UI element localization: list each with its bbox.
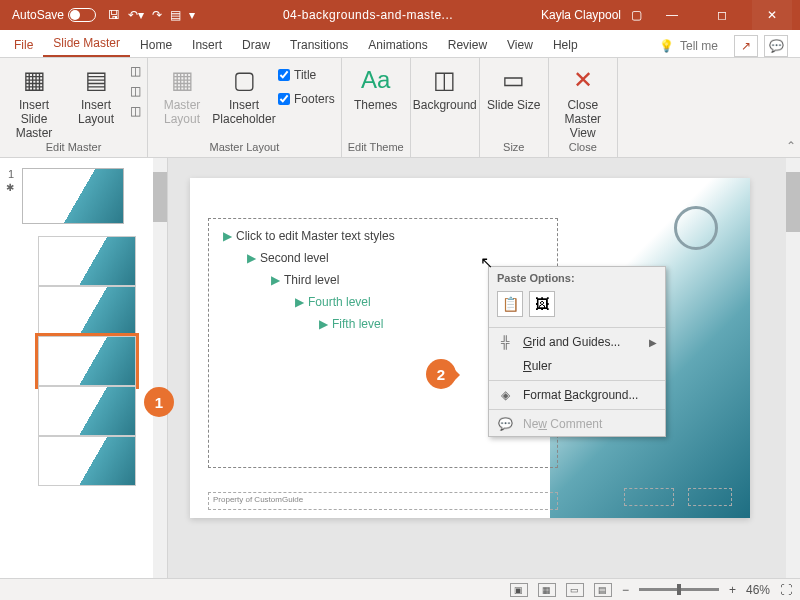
menu-label: Format Background... [523, 388, 638, 402]
slide-size-button[interactable]: ▭ Slide Size [486, 62, 542, 112]
btn-label: Master Layout [154, 98, 210, 126]
fit-to-window-button[interactable]: ⛶ [780, 583, 792, 597]
btn-label: Slide Size [487, 98, 540, 112]
group-label: Master Layout [154, 141, 335, 155]
btn-label: Insert Layout [68, 98, 124, 126]
group-label: Size [486, 141, 542, 155]
paste-picture-icon[interactable]: 🖼 [529, 291, 555, 317]
background-icon: ◫ [429, 64, 461, 96]
background-button[interactable]: ◫ Background [417, 62, 473, 112]
reading-view-button[interactable]: ▭ [566, 583, 584, 597]
group-close: ✕ Close Master View Close [549, 58, 618, 157]
group-label: Edit Master [6, 141, 141, 155]
user-name[interactable]: Kayla Claypool [541, 8, 621, 22]
slide-master-icon: ▦ [18, 64, 50, 96]
annotation-callout-1: 1 [144, 387, 174, 417]
submenu-arrow-icon: ▶ [649, 337, 657, 348]
tab-home[interactable]: Home [130, 33, 182, 57]
save-icon[interactable]: 🖫 [108, 8, 120, 22]
tab-transitions[interactable]: Transitions [280, 33, 358, 57]
slide-thumbnail-panel: 1 ✱ [0, 158, 168, 578]
tab-insert[interactable]: Insert [182, 33, 232, 57]
insert-placeholder-button[interactable]: ▢ Insert Placeholder [216, 62, 272, 126]
group-edit-theme: Aa Themes Edit Theme [342, 58, 411, 157]
comment-icon: 💬 [497, 417, 513, 431]
vertical-scrollbar[interactable] [786, 158, 800, 578]
slideshow-view-button[interactable]: ▤ [594, 583, 612, 597]
layout-thumbnail[interactable] [38, 386, 136, 436]
toggle-switch-icon [68, 8, 96, 22]
autosave-toggle[interactable]: AutoSave [12, 8, 96, 22]
btn-label: Themes [354, 98, 397, 112]
slideshow-icon[interactable]: ▤ [170, 8, 181, 22]
insert-layout-button[interactable]: ▤ Insert Layout [68, 62, 124, 126]
btn-label: Close Master View [555, 98, 611, 140]
master-thumbnail[interactable] [22, 168, 124, 224]
group-master-layout: ▦ Master Layout ▢ Insert Placeholder Tit… [148, 58, 342, 157]
undo-icon[interactable]: ↶▾ [128, 8, 144, 22]
tab-view[interactable]: View [497, 33, 543, 57]
footer-placeholder[interactable]: Property of CustomGuide [208, 492, 558, 510]
annotation-callout-2: 2 [426, 359, 456, 389]
cursor-icon: ↖ [480, 253, 493, 272]
close-button[interactable]: ✕ [752, 0, 792, 30]
comments-button[interactable]: 💬 [764, 35, 788, 57]
sorter-view-button[interactable]: ▦ [538, 583, 556, 597]
workspace: 1 ✱ ▶Click to edit Master text styles ▶S… [0, 158, 800, 578]
tab-animations[interactable]: Animations [358, 33, 437, 57]
thumbnail-scrollbar[interactable] [153, 158, 167, 578]
group-label [417, 141, 473, 155]
preserve-button[interactable]: ◫ [130, 104, 141, 118]
menu-label: New Comment [523, 417, 602, 431]
slide-canvas[interactable]: ▶Click to edit Master text styles ▶Secon… [190, 178, 750, 518]
group-label: Close [555, 141, 611, 155]
ribbon: ▦ Insert Slide Master ▤ Insert Layout ◫ … [0, 58, 800, 158]
close-master-view-button[interactable]: ✕ Close Master View [555, 62, 611, 140]
normal-view-button[interactable]: ▣ [510, 583, 528, 597]
zoom-out-button[interactable]: − [622, 583, 629, 597]
tab-draw[interactable]: Draw [232, 33, 280, 57]
layout-thumbnail-selected[interactable] [38, 336, 136, 386]
rename-button[interactable]: ◫ [130, 84, 141, 98]
tab-help[interactable]: Help [543, 33, 588, 57]
menu-format-background[interactable]: ◈ Format Background... [489, 383, 665, 407]
insert-slide-master-button[interactable]: ▦ Insert Slide Master [6, 62, 62, 140]
menu-ruler[interactable]: Ruler [489, 354, 665, 378]
tab-review[interactable]: Review [438, 33, 497, 57]
status-bar: ▣ ▦ ▭ ▤ − + 46% ⛶ [0, 578, 800, 600]
menu-label: Ruler [523, 359, 552, 373]
delete-button[interactable]: ◫ [130, 64, 141, 78]
btn-label: Insert Slide Master [6, 98, 62, 140]
tell-me-search[interactable]: 💡 Tell me ↗ 💬 [659, 35, 796, 57]
minimize-button[interactable]: — [652, 0, 692, 30]
date-placeholder[interactable] [624, 488, 674, 506]
tab-slide-master[interactable]: Slide Master [43, 31, 130, 57]
collapse-ribbon-icon[interactable]: ⌃ [786, 58, 800, 157]
layout-thumbnail[interactable] [38, 436, 136, 486]
paste-keep-formatting-icon[interactable]: 📋 [497, 291, 523, 317]
layout-thumbnail[interactable] [38, 286, 136, 336]
title-checkbox[interactable]: Title [278, 66, 335, 84]
themes-button[interactable]: Aa Themes [348, 62, 404, 112]
logo-icon [674, 206, 718, 250]
master-layout-icon: ▦ [166, 64, 198, 96]
ribbon-options-icon[interactable]: ▢ [631, 8, 642, 22]
restore-button[interactable]: ◻ [702, 0, 742, 30]
slide-number-placeholder[interactable] [688, 488, 732, 506]
format-background-icon: ◈ [497, 388, 513, 402]
group-edit-master: ▦ Insert Slide Master ▤ Insert Layout ◫ … [0, 58, 148, 157]
redo-icon[interactable]: ↷ [152, 8, 162, 22]
animation-star-icon: ✱ [6, 182, 22, 193]
zoom-level[interactable]: 46% [746, 583, 770, 597]
tab-file[interactable]: File [4, 33, 43, 57]
menu-grid-guides[interactable]: ╬ Grid and Guides... ▶ [489, 330, 665, 354]
zoom-in-button[interactable]: + [729, 583, 736, 597]
group-size: ▭ Slide Size Size [480, 58, 549, 157]
themes-icon: Aa [360, 64, 392, 96]
layout-thumbnail[interactable] [38, 236, 136, 286]
document-title: 04-backgrounds-and-maste... [195, 8, 541, 22]
footers-checkbox[interactable]: Footers [278, 90, 335, 108]
zoom-slider[interactable] [639, 588, 719, 591]
share-button[interactable]: ↗ [734, 35, 758, 57]
group-background: ◫ Background [411, 58, 480, 157]
